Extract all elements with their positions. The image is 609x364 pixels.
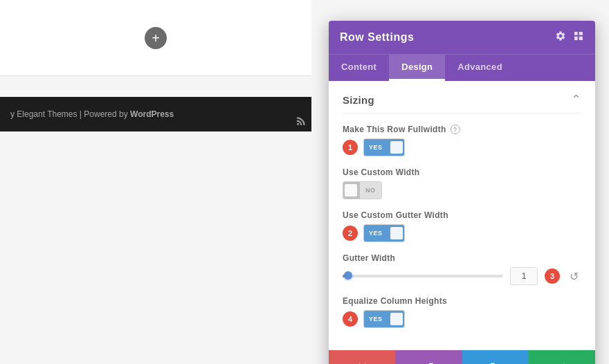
settings-icon[interactable] — [555, 30, 566, 44]
custom-gutter-label: Use Custom Gutter Width — [343, 210, 581, 220]
panel-header-icons — [555, 30, 584, 44]
toggle-handle — [388, 139, 404, 156]
reset-icon: ↺ — [424, 360, 434, 364]
custom-gutter-toggle-row: 2 YES — [343, 224, 581, 242]
section-title: Sizing — [343, 94, 374, 106]
gutter-reset-button[interactable]: ↺ — [567, 270, 581, 283]
setting-custom-width: Use Custom Width NO — [343, 167, 581, 199]
refresh-icon: ↻ — [490, 360, 500, 364]
setting-custom-gutter: Use Custom Gutter Width 2 YES — [343, 210, 581, 242]
badge-3: 3 — [545, 269, 560, 284]
setting-fullwidth: Make This Row Fullwidth ? 1 YES — [343, 125, 581, 156]
no-label: NO — [360, 182, 381, 199]
footer-text: y Elegant Themes | Powered by WordPress — [10, 109, 174, 119]
toggle-handle-off — [343, 182, 360, 199]
tab-content[interactable]: Content — [329, 55, 389, 81]
panel-tabs: Content Design Advanced — [329, 54, 595, 81]
gutter-value: 1 — [522, 271, 527, 281]
yes-label-4: YES — [364, 311, 388, 327]
gutter-value-box[interactable]: 1 — [510, 267, 538, 285]
slider-track — [343, 275, 503, 277]
panel-content: Sizing ⌃ Make This Row Fullwidth ? 1 YES — [329, 81, 595, 350]
add-section-button[interactable]: + — [145, 27, 167, 49]
powered-by-text: Powered by — [84, 109, 127, 119]
panel-header: Row Settings — [329, 21, 595, 54]
equalize-toggle-row: 4 YES — [343, 310, 581, 328]
yes-label: YES — [364, 139, 388, 156]
brand-name: y Elegant Themes — [10, 109, 78, 119]
collapse-icon[interactable]: ⌃ — [571, 92, 581, 107]
badge-2: 2 — [343, 226, 358, 241]
slider-thumb[interactable] — [344, 271, 352, 280]
cancel-icon: ✕ — [357, 360, 367, 364]
save-icon: ✓ — [556, 360, 567, 364]
toggle-handle-2 — [388, 225, 404, 242]
grid-icon[interactable] — [573, 30, 584, 44]
sizing-section-header: Sizing ⌃ — [343, 92, 581, 113]
canvas-top-bar: + — [0, 0, 311, 76]
equalize-label: Equalize Column Heights — [343, 296, 581, 306]
footer-bar: y Elegant Themes | Powered by WordPress — [0, 97, 311, 131]
custom-width-label: Use Custom Width — [343, 167, 581, 177]
gutter-slider-row: 1 3 ↺ — [343, 267, 581, 285]
equalize-toggle[interactable]: YES — [363, 310, 405, 328]
setting-equalize: Equalize Column Heights 4 YES — [343, 296, 581, 328]
add-icon: + — [152, 31, 160, 45]
panel-title: Row Settings — [340, 31, 414, 44]
setting-gutter-width: Gutter Width 1 3 ↺ — [343, 253, 581, 285]
custom-width-toggle-row: NO — [343, 181, 581, 199]
help-icon[interactable]: ? — [451, 125, 460, 134]
tab-design[interactable]: Design — [389, 55, 445, 81]
fullwidth-label: Make This Row Fullwidth ? — [343, 125, 581, 134]
refresh-button[interactable]: ↻ — [462, 350, 529, 364]
save-button[interactable]: ✓ — [529, 350, 595, 364]
fullwidth-toggle[interactable]: YES — [363, 138, 405, 156]
tab-advanced[interactable]: Advanced — [445, 55, 515, 81]
custom-width-toggle[interactable]: NO — [343, 181, 382, 199]
cancel-button[interactable]: ✕ — [329, 350, 395, 364]
reset-button[interactable]: ↺ — [395, 350, 462, 364]
rss-icon — [287, 107, 315, 135]
panel-action-bar: ✕ ↺ ↻ ✓ — [329, 350, 595, 364]
badge-4: 4 — [343, 311, 358, 327]
wordpress-link[interactable]: WordPress — [130, 109, 174, 119]
yes-label-2: YES — [364, 225, 388, 242]
fullwidth-toggle-row: 1 YES — [343, 138, 581, 156]
badge-1: 1 — [343, 140, 358, 155]
gutter-slider[interactable] — [343, 274, 503, 278]
toggle-handle-4 — [388, 311, 404, 327]
gutter-width-label: Gutter Width — [343, 253, 581, 263]
row-settings-panel: Row Settings Content Design Advanced — [329, 21, 595, 364]
custom-gutter-toggle[interactable]: YES — [363, 224, 405, 242]
